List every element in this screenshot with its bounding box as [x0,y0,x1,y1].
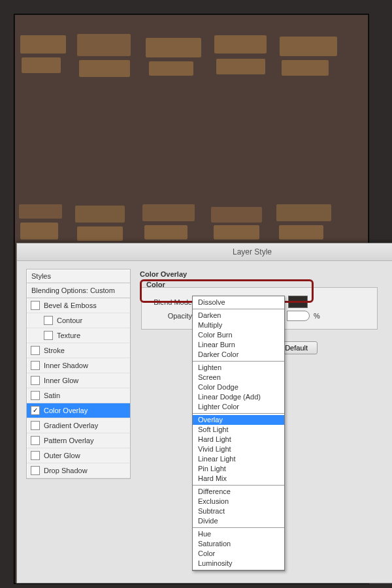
blend-mode-option-color[interactable]: Color [193,549,284,559]
checkbox[interactable] [31,436,40,445]
section-title: Color Overlay [140,270,392,278]
blend-mode-option-difference[interactable]: Difference [193,487,284,497]
blend-mode-option-color-dodge[interactable]: Color Dodge [193,382,284,392]
checkbox[interactable] [31,301,40,310]
style-label: Outer Glow [44,452,80,459]
style-row-color-overlay[interactable]: ✓Color Overlay [27,403,130,418]
style-label: Contour [57,317,82,324]
style-row-satin[interactable]: Satin [27,388,130,403]
checkbox[interactable] [31,421,40,430]
style-row-pattern-overlay[interactable]: Pattern Overlay [27,433,130,448]
blend-mode-option-dissolve[interactable]: Dissolve [193,298,284,307]
blend-mode-option-lighten[interactable]: Lighten [193,363,284,373]
style-row-contour[interactable]: Contour [27,313,130,328]
checkbox[interactable] [44,316,53,325]
blend-mode-dropdown[interactable]: DissolveDarkenMultiplyColor BurnLinear B… [192,296,285,571]
blend-mode-option-overlay[interactable]: Overlay [193,415,284,425]
style-row-bevel-emboss[interactable]: Bevel & Emboss [27,298,130,313]
blend-mode-option-linear-light[interactable]: Linear Light [193,454,284,464]
checkbox[interactable] [31,391,40,400]
style-label: Pattern Overlay [44,437,93,444]
style-row-outer-glow[interactable]: Outer Glow [27,448,130,463]
checkbox[interactable] [31,361,40,370]
checkbox[interactable] [44,331,53,340]
blend-mode-option-soft-light[interactable]: Soft Light [193,425,284,435]
style-row-inner-shadow[interactable]: Inner Shadow [27,358,130,373]
blend-mode-option-saturation[interactable]: Saturation [193,539,284,549]
style-label: Color Overlay [44,407,88,414]
style-label: Satin [44,392,60,399]
blend-mode-option-screen[interactable]: Screen [193,373,284,382]
blend-mode-option-hard-mix[interactable]: Hard Mix [193,474,284,484]
style-label: Texture [57,332,80,339]
blend-mode-option-hue[interactable]: Hue [193,529,284,539]
style-label: Gradient Overlay [44,422,98,429]
opacity-input[interactable] [287,311,310,321]
style-row-stroke[interactable]: Stroke [27,343,130,358]
style-row-texture[interactable]: Texture [27,328,130,343]
style-label: Stroke [44,347,65,354]
opacity-unit: % [314,312,320,320]
styles-header[interactable]: Styles [27,270,130,283]
blend-mode-option-linear-burn[interactable]: Linear Burn [193,340,284,350]
blend-mode-option-vivid-light[interactable]: Vivid Light [193,444,284,454]
color-overlay-pane: Color Overlay Color Blend Mode: Normal O… [139,269,392,479]
style-label: Inner Glow [44,377,78,384]
blend-mode-option-darken[interactable]: Darken [193,311,284,320]
blend-mode-option-linear-dodge-add-[interactable]: Linear Dodge (Add) [193,392,284,402]
blend-mode-option-darker-color[interactable]: Darker Color [193,350,284,360]
checkbox[interactable]: ✓ [31,406,40,415]
texture-band [15,31,368,90]
color-swatch[interactable] [288,296,308,308]
blend-mode-option-hard-light[interactable]: Hard Light [193,435,284,444]
blend-mode-option-pin-light[interactable]: Pin Light [193,464,284,474]
layer-style-dialog: Layer Style Styles Blending Options: Cus… [16,243,392,583]
blend-mode-label: Blend Mode: [148,298,194,306]
blending-options-row[interactable]: Blending Options: Custom [27,283,130,298]
style-row-gradient-overlay[interactable]: Gradient Overlay [27,418,130,433]
blend-mode-option-luminosity[interactable]: Luminosity [193,559,284,568]
blend-mode-option-subtract[interactable]: Subtract [193,506,284,516]
style-row-drop-shadow[interactable]: Drop Shadow [27,463,130,478]
style-label: Inner Shadow [44,362,88,369]
opacity-label: Opacity: [148,312,194,320]
checkbox[interactable] [31,346,40,355]
style-label: Bevel & Emboss [44,302,97,309]
dialog-title: Layer Style [17,243,392,261]
checkbox[interactable] [31,376,40,385]
checkbox[interactable] [31,451,40,460]
blend-mode-option-divide[interactable]: Divide [193,516,284,526]
styles-panel: Styles Blending Options: Custom Bevel & … [26,269,131,479]
checkbox[interactable] [31,466,40,475]
style-label: Drop Shadow [44,467,88,474]
blend-mode-option-exclusion[interactable]: Exclusion [193,497,284,506]
style-row-inner-glow[interactable]: Inner Glow [27,373,130,388]
blend-mode-option-multiply[interactable]: Multiply [193,320,284,330]
blend-mode-option-color-burn[interactable]: Color Burn [193,330,284,340]
blend-mode-option-lighter-color[interactable]: Lighter Color [193,402,284,412]
